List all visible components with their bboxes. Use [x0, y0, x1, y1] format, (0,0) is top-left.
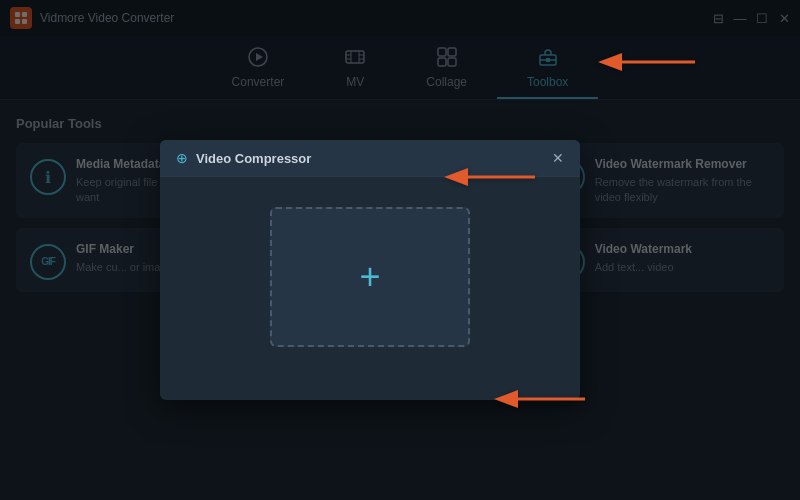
video-compressor-modal: ⊕ Video Compressor ✕ +: [160, 140, 580, 400]
modal-body: +: [160, 177, 580, 377]
drop-plus-icon: +: [359, 259, 380, 295]
modal-overlay[interactable]: ⊕ Video Compressor ✕ +: [0, 0, 800, 500]
modal-header: ⊕ Video Compressor ✕: [160, 140, 580, 177]
drop-zone[interactable]: +: [270, 207, 470, 347]
modal-close-button[interactable]: ✕: [548, 148, 568, 168]
modal-title: Video Compressor: [196, 151, 311, 166]
modal-header-icon: ⊕: [176, 150, 188, 166]
